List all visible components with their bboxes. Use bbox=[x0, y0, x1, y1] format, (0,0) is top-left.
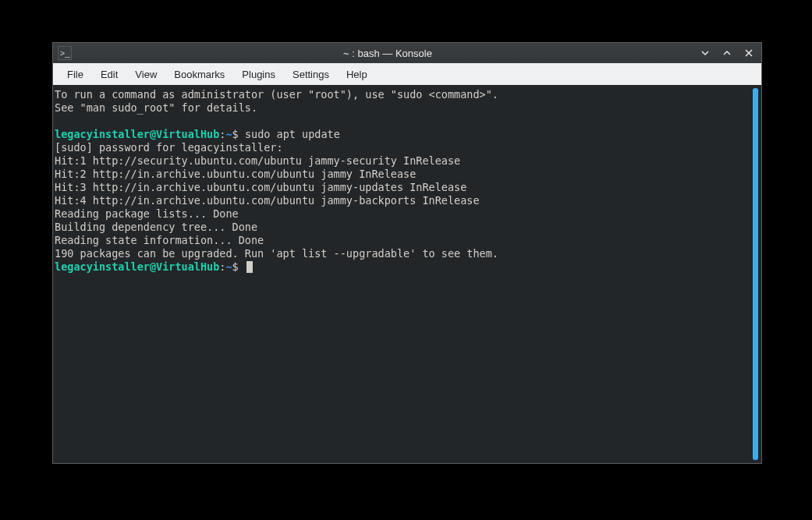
terminal-line: 190 packages can be upgraded. Run 'apt l… bbox=[55, 247, 498, 260]
terminal-line: Hit:1 http://security.ubuntu.com/ubuntu … bbox=[55, 154, 460, 167]
terminal-line: See "man sudo_root" for details. bbox=[55, 101, 257, 114]
app-icon: >_ bbox=[58, 46, 72, 60]
window-controls bbox=[697, 45, 757, 61]
titlebar: >_ ~ : bash — Konsole bbox=[53, 43, 761, 63]
cursor bbox=[246, 261, 253, 273]
terminal-line: Reading state information... Done bbox=[55, 234, 264, 246]
terminal[interactable]: To run a command as administrator (user … bbox=[53, 85, 753, 463]
prompt-path: ~ bbox=[225, 260, 232, 273]
close-button[interactable] bbox=[741, 45, 757, 61]
maximize-button[interactable] bbox=[719, 45, 735, 61]
close-icon bbox=[744, 48, 753, 58]
menu-view[interactable]: View bbox=[127, 65, 165, 83]
window-title: ~ : bash — Konsole bbox=[78, 48, 697, 59]
command-text: sudo apt update bbox=[245, 128, 340, 140]
terminal-line: Building dependency tree... Done bbox=[55, 221, 257, 233]
terminal-area: To run a command as administrator (user … bbox=[53, 85, 761, 463]
terminal-line: Reading package lists... Done bbox=[55, 207, 239, 220]
chevron-up-icon bbox=[722, 48, 732, 58]
prompt-symbol: $ bbox=[232, 128, 245, 140]
terminal-line: Hit:3 http://in.archive.ubuntu.com/ubunt… bbox=[55, 181, 466, 193]
menu-plugins[interactable]: Plugins bbox=[234, 65, 283, 83]
terminal-line: To run a command as administrator (user … bbox=[55, 88, 498, 101]
terminal-line: Hit:4 http://in.archive.ubuntu.com/ubunt… bbox=[55, 194, 480, 207]
prompt-userhost: legacyinstaller@VirtualHub bbox=[55, 260, 219, 273]
menu-settings[interactable]: Settings bbox=[285, 65, 337, 83]
menu-edit[interactable]: Edit bbox=[93, 65, 126, 83]
menubar: File Edit View Bookmarks Plugins Setting… bbox=[53, 63, 761, 85]
terminal-line: [sudo] password for legacyinstaller: bbox=[55, 141, 283, 154]
minimize-button[interactable] bbox=[697, 45, 713, 61]
menu-help[interactable]: Help bbox=[339, 65, 375, 83]
menu-bookmarks[interactable]: Bookmarks bbox=[166, 65, 232, 83]
konsole-window: >_ ~ : bash — Konsole File Edit View Boo… bbox=[52, 42, 762, 464]
prompt-symbol: $ bbox=[232, 260, 245, 273]
prompt-userhost: legacyinstaller@VirtualHub bbox=[55, 128, 219, 140]
menu-file[interactable]: File bbox=[59, 65, 91, 83]
terminal-line: Hit:2 http://in.archive.ubuntu.com/ubunt… bbox=[55, 168, 416, 180]
scrollbar[interactable] bbox=[753, 88, 758, 460]
chevron-down-icon bbox=[700, 48, 710, 58]
prompt-path: ~ bbox=[225, 128, 232, 140]
